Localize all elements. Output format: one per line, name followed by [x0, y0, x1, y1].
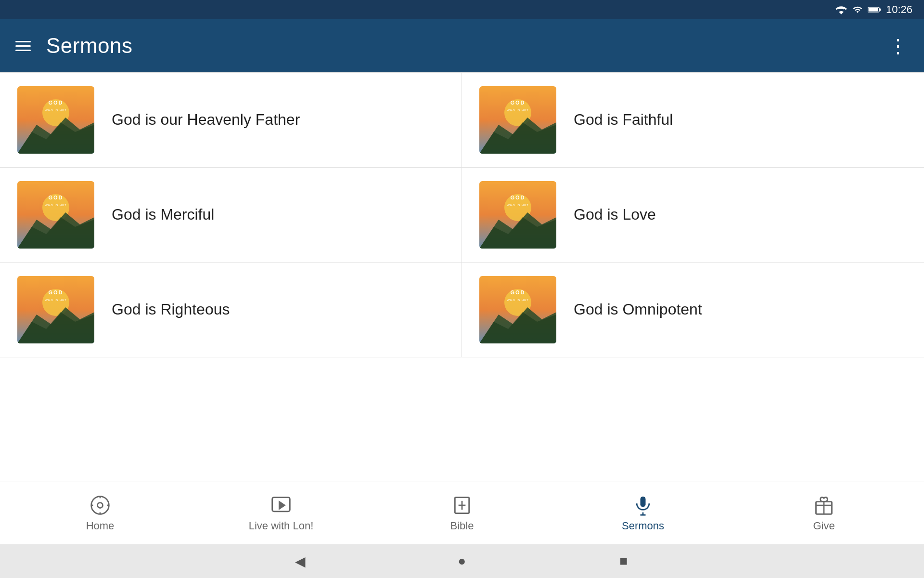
nav-item-bible[interactable]: Bible: [419, 495, 505, 532]
sermon-thumbnail: GOD WHO IS HE?: [17, 276, 94, 343]
svg-point-39: [91, 496, 109, 514]
hamburger-button[interactable]: [15, 41, 31, 51]
svg-text:GOD: GOD: [510, 289, 525, 295]
sermon-item[interactable]: GOD WHO IS HE? God is Merciful: [0, 168, 462, 263]
back-button[interactable]: ◀: [292, 552, 309, 570]
sermon-title: God is our Heavenly Father: [112, 110, 300, 130]
sermon-title: God is Faithful: [574, 110, 673, 130]
svg-text:GOD: GOD: [510, 100, 525, 105]
svg-text:WHO IS HE?: WHO IS HE?: [45, 109, 66, 112]
sermon-grid: GOD WHO IS HE? God is our Heavenly Fathe…: [0, 72, 924, 357]
sermon-thumbnail: GOD WHO IS HE?: [479, 276, 556, 343]
sermon-item[interactable]: GOD WHO IS HE? God is Faithful: [462, 73, 924, 168]
sermon-item[interactable]: GOD WHO IS HE? God is Omnipotent: [462, 263, 924, 357]
bottom-navigation: Home Live with Lon! Bible Sermons: [0, 482, 924, 544]
status-icons: 10:26: [835, 3, 912, 16]
svg-text:GOD: GOD: [48, 195, 63, 200]
nav-item-give[interactable]: Give: [781, 495, 867, 532]
svg-text:WHO IS HE?: WHO IS HE?: [507, 299, 528, 302]
status-time: 10:26: [886, 3, 912, 16]
recents-button[interactable]: ■: [615, 552, 632, 570]
nav-item-sermons[interactable]: Sermons: [600, 495, 686, 532]
svg-text:WHO IS HE?: WHO IS HE?: [507, 204, 528, 207]
sermon-thumbnail: GOD WHO IS HE?: [479, 86, 556, 154]
bible-icon: [451, 495, 473, 516]
sermon-item[interactable]: GOD WHO IS HE? God is Love: [462, 168, 924, 263]
svg-text:WHO IS HE?: WHO IS HE?: [45, 299, 66, 302]
svg-rect-1: [879, 9, 881, 11]
more-options-button[interactable]: ⋮: [888, 35, 909, 57]
hamburger-icon: [15, 45, 31, 47]
main-content: GOD WHO IS HE? God is our Heavenly Fathe…: [0, 72, 924, 482]
system-navigation-bar: ◀ ● ■: [0, 544, 924, 578]
sermon-thumbnail: GOD WHO IS HE?: [479, 181, 556, 249]
nav-item-home[interactable]: Home: [57, 495, 143, 532]
sermon-item[interactable]: GOD WHO IS HE? God is our Heavenly Fathe…: [0, 73, 462, 168]
svg-text:GOD: GOD: [48, 100, 63, 105]
nav-item-live[interactable]: Live with Lon!: [238, 495, 324, 532]
app-bar-left: Sermons: [15, 34, 133, 58]
svg-text:WHO IS HE?: WHO IS HE?: [507, 109, 528, 112]
hamburger-icon: [15, 41, 31, 42]
status-bar: 10:26: [0, 0, 924, 19]
home-button[interactable]: ●: [453, 552, 471, 570]
svg-marker-46: [279, 501, 284, 509]
sermon-thumbnail: GOD WHO IS HE?: [17, 86, 94, 154]
svg-rect-2: [868, 8, 878, 12]
svg-rect-50: [641, 496, 646, 507]
gift-icon: [813, 495, 834, 516]
sermon-item[interactable]: GOD WHO IS HE? God is Righteous: [0, 263, 462, 357]
play-icon: [270, 495, 292, 516]
sermon-title: God is Righteous: [112, 300, 230, 320]
sermon-title: God is Love: [574, 205, 656, 225]
nav-label-live: Live with Lon!: [249, 520, 314, 532]
sermon-thumbnail: GOD WHO IS HE?: [17, 181, 94, 249]
nav-label-give: Give: [813, 520, 834, 532]
battery-icon: [868, 5, 881, 14]
hamburger-icon: [15, 50, 31, 51]
home-icon: [90, 495, 111, 516]
nav-label-sermons: Sermons: [622, 520, 664, 532]
wifi-icon: [835, 5, 847, 14]
mic-icon: [632, 495, 654, 516]
svg-point-40: [98, 502, 103, 508]
svg-text:GOD: GOD: [510, 195, 525, 200]
signal-icon: [852, 5, 863, 14]
app-bar: Sermons ⋮: [0, 19, 924, 72]
sermon-title: God is Merciful: [112, 205, 214, 225]
nav-label-bible: Bible: [450, 520, 474, 532]
nav-label-home: Home: [86, 520, 115, 532]
page-title: Sermons: [46, 34, 133, 58]
svg-text:GOD: GOD: [48, 289, 63, 295]
sermon-title: God is Omnipotent: [574, 300, 702, 320]
svg-text:WHO IS HE?: WHO IS HE?: [45, 204, 66, 207]
